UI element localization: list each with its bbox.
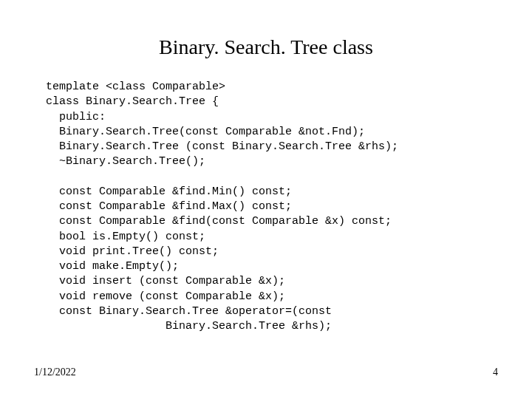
footer-page-number: 4	[493, 366, 498, 378]
code-block: template <class Comparable> class Binary…	[46, 80, 489, 334]
footer-date: 1/12/2022	[34, 366, 76, 378]
slide: Binary. Search. Tree class template <cla…	[0, 0, 532, 399]
slide-title: Binary. Search. Tree class	[0, 35, 532, 59]
